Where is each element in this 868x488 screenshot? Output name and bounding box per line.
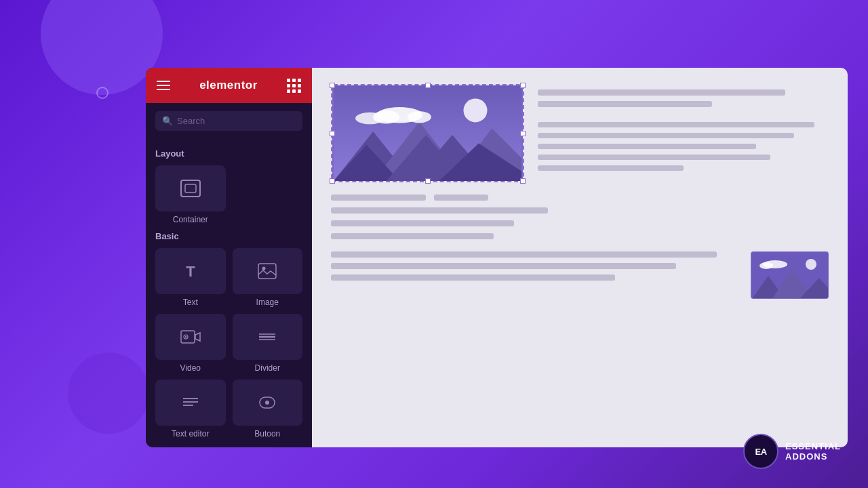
svg-point-37 [760, 262, 773, 269]
svg-point-29 [355, 113, 384, 125]
text-line-2 [538, 101, 712, 107]
button-icon [258, 394, 277, 411]
text-line-7 [538, 165, 684, 171]
hamburger-icon[interactable] [157, 81, 170, 90]
mid-line-row-4 [331, 233, 829, 239]
widget-box-text-editor [155, 380, 226, 426]
ea-text-line1: ESSENTIAL [785, 441, 841, 451]
ea-text: ESSENTIAL ADDONS [785, 441, 841, 462]
image-icon [258, 263, 277, 279]
widget-box-container [155, 165, 226, 211]
search-icon: 🔍 [162, 116, 173, 126]
handle-bc[interactable] [425, 178, 431, 184]
mid-line-row-3 [331, 220, 829, 226]
widget-label-image: Image [256, 298, 279, 307]
video-icon [180, 329, 201, 345]
canvas-top [331, 84, 829, 182]
ea-badge: EA ESSENTIAL ADDONS [743, 434, 841, 469]
bg-decor-circle-2 [68, 352, 149, 434]
container-icon [180, 179, 201, 198]
widget-text[interactable]: T Text [155, 248, 226, 307]
handle-tr[interactable] [520, 83, 526, 88]
widget-label-container: Container [173, 215, 208, 224]
text-line-4 [538, 133, 794, 138]
selected-image-inner [332, 85, 523, 181]
bg-decor-circle-3 [96, 87, 108, 99]
sidebar-title: elementor [199, 79, 258, 92]
text-editor-icon [180, 394, 201, 411]
widget-label-divider: Divider [255, 363, 280, 373]
mid-line-3a [331, 220, 514, 226]
svg-point-18 [463, 98, 487, 122]
widget-box-image [233, 248, 303, 294]
thumb-landscape [751, 252, 829, 299]
svg-point-32 [806, 259, 816, 270]
search-box[interactable]: 🔍 [155, 111, 302, 131]
sidebar-body: Layout Container Basic [146, 139, 312, 447]
svg-rect-3 [258, 264, 276, 279]
widget-grid-basic: T Text Image [155, 248, 302, 439]
search-input[interactable] [177, 116, 296, 126]
mid-line-1b [434, 195, 488, 201]
widget-divider[interactable]: Divider [233, 314, 303, 373]
bottom-text-col [331, 251, 737, 281]
widget-text-editor[interactable]: Text editor [155, 380, 226, 439]
handle-br[interactable] [520, 178, 526, 184]
sidebar-header: elementor [146, 68, 312, 103]
text-line-1 [538, 89, 785, 96]
widget-button[interactable]: Butoon [233, 380, 303, 439]
handle-bl[interactable] [330, 178, 335, 184]
svg-rect-0 [181, 180, 200, 197]
svg-point-4 [262, 267, 266, 270]
svg-point-15 [265, 401, 269, 405]
widget-label-text-editor: Text editor [172, 429, 209, 439]
bottom-line-1 [331, 251, 717, 258]
widget-grid-layout: Container [155, 165, 302, 224]
widget-image[interactable]: Image [233, 248, 303, 307]
handle-tc[interactable] [425, 83, 431, 88]
handle-ml[interactable] [330, 131, 335, 136]
handle-mr[interactable] [520, 131, 526, 136]
mid-line-4a [331, 233, 494, 239]
canvas [312, 68, 848, 447]
mid-line-row-1 [331, 195, 829, 201]
grid-icon[interactable] [287, 79, 301, 93]
widget-label-text: Text [183, 298, 198, 307]
divider-icon [257, 329, 277, 345]
svg-rect-1 [185, 184, 196, 192]
widget-box-video [155, 314, 226, 360]
canvas-middle [331, 195, 829, 239]
widget-box-divider [233, 314, 303, 360]
widget-label-button: Butoon [254, 429, 280, 439]
svg-text:T: T [186, 263, 195, 280]
text-line-6 [538, 155, 770, 160]
svg-marker-7 [185, 336, 187, 338]
widget-box-text: T [155, 248, 226, 294]
handle-tl[interactable] [330, 83, 335, 88]
mid-line-2a [331, 207, 548, 214]
sidebar-search: 🔍 [146, 103, 312, 139]
svg-point-28 [408, 111, 431, 123]
text-line-3 [538, 122, 814, 127]
widget-container[interactable]: Container [155, 165, 226, 224]
bottom-line-3 [331, 274, 615, 281]
widget-video[interactable]: Video [155, 314, 226, 373]
widget-box-button [233, 380, 303, 426]
mid-line-1a [331, 195, 426, 201]
ea-text-line2: ADDONS [785, 451, 841, 462]
text-line-5 [538, 144, 756, 149]
sidebar: elementor 🔍 Layout [146, 68, 312, 447]
main-container: elementor 🔍 Layout [146, 68, 848, 447]
bottom-image-thumb [751, 251, 829, 299]
text-icon: T [181, 262, 200, 281]
canvas-bottom [331, 251, 829, 299]
section-label-basic: Basic [155, 231, 302, 241]
mid-line-row-2 [331, 207, 829, 214]
selected-image-block[interactable] [331, 84, 524, 182]
section-label-layout: Layout [155, 148, 302, 159]
bottom-line-2 [331, 263, 676, 269]
widget-label-video: Video [180, 363, 201, 373]
landscape-illustration [332, 85, 523, 181]
ea-logo: EA [743, 434, 778, 469]
text-blocks-right [538, 84, 829, 171]
